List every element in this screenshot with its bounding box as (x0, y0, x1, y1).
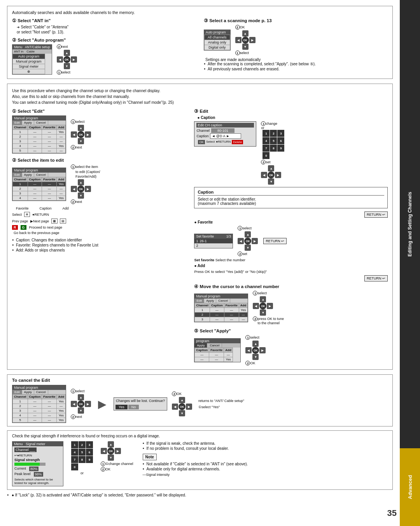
down-sig[interactable]: ▼ (108, 454, 114, 461)
ok-cc[interactable]: OK (77, 400, 84, 407)
down-fav[interactable]: ▼ (245, 245, 251, 251)
key-5[interactable]: 5 (270, 137, 277, 144)
up-e2[interactable]: ▲ (78, 179, 84, 185)
key-1[interactable]: 1 (262, 130, 270, 137)
up-s4[interactable]: ▲ (260, 296, 266, 302)
apply-tab4[interactable]: Apply (204, 299, 216, 303)
ok-sig[interactable]: OK (107, 447, 114, 454)
down-s5[interactable]: ▼ (252, 354, 259, 360)
apply-tab2[interactable]: Apply (22, 173, 34, 177)
red-button[interactable]: R (12, 225, 18, 230)
right-sig[interactable]: ▶ (115, 448, 121, 454)
del-btn[interactable]: Delete (232, 140, 243, 144)
ok-e2[interactable]: OK (77, 185, 84, 192)
down-s4[interactable]: ▼ (260, 309, 266, 316)
up-s5[interactable]: ▲ (252, 341, 259, 347)
ok-fav[interactable]: OK (244, 238, 251, 245)
apply-tab-btn[interactable]: Apply (194, 343, 207, 348)
left-e1[interactable]: ◀ (71, 131, 77, 138)
cancel-tab-btn[interactable]: Cancel (207, 343, 222, 348)
sig-key-5[interactable]: 5 (79, 449, 86, 456)
down-cap[interactable]: ▼ (268, 178, 274, 185)
sig-key-8[interactable]: 8 (79, 456, 86, 463)
key-2[interactable]: 2 (270, 130, 277, 137)
key-0[interactable]: 0 (262, 152, 270, 159)
left-cap[interactable]: ◀ (261, 172, 267, 178)
down-e2[interactable]: ▼ (78, 192, 84, 199)
sig-key-9[interactable]: 9 (86, 456, 93, 463)
left-s5[interactable]: ◀ (245, 347, 252, 353)
up-arrow[interactable]: ▲ (64, 50, 70, 56)
key-9[interactable]: 9 (277, 145, 284, 152)
nav-cluster-s5[interactable]: ▲ ◀ OK ▶ ▼ (245, 341, 266, 360)
left-sig[interactable]: ◀ (101, 448, 107, 454)
right-fav[interactable]: ▶ (252, 238, 258, 244)
nav-cluster-e1[interactable]: ▲ ◀ OK ▶ ▼ (71, 125, 91, 144)
cancel-tab2[interactable]: Cancel (34, 173, 48, 177)
key-8[interactable]: 8 (270, 145, 277, 152)
down-cc[interactable]: ▼ (78, 407, 84, 414)
up-cap[interactable]: ▲ (268, 165, 274, 171)
edit-tab2[interactable]: Edit (12, 173, 22, 177)
edit-tab4[interactable]: Edit (194, 299, 204, 303)
left-fav[interactable]: ◀ (238, 238, 244, 244)
cancel-cancel-tab[interactable]: Cancel (34, 390, 48, 394)
return-button-add[interactable]: RETURN ↩ (364, 275, 388, 281)
return-button[interactable]: RETURN ↩ (364, 211, 388, 218)
ok-button[interactable]: OK (63, 56, 70, 63)
up-e1[interactable]: ▲ (78, 125, 84, 131)
ok-s4[interactable]: OK (259, 302, 266, 309)
edit-tab[interactable]: Edit (12, 121, 22, 125)
no-btn[interactable]: No (128, 405, 139, 409)
ok-e1[interactable]: OK (77, 131, 84, 138)
nav-cluster-step3[interactable]: ▲ ◀ OK ▶ ▼ (235, 30, 256, 50)
left-s4[interactable]: ◀ (253, 303, 259, 309)
down-arrow3[interactable]: ▼ (242, 44, 248, 50)
ok-ccd[interactable]: OK (178, 403, 186, 410)
sig-key-3[interactable]: 3 (86, 441, 93, 448)
right-s5[interactable]: ▶ (259, 347, 266, 353)
right-arrow[interactable]: ▶ (71, 56, 77, 63)
left-ccd[interactable]: ◀ (172, 404, 178, 410)
cancel-edit-tab[interactable]: Edit (12, 390, 22, 394)
cancel-tab4[interactable]: Cancel (216, 299, 230, 303)
green-button[interactable]: G (21, 225, 26, 230)
up-arrow3[interactable]: ▲ (242, 30, 248, 37)
nav-cluster-cap[interactable]: ▲ ◀ OK ▶ ▼ (261, 165, 281, 185)
nav-cluster-e2[interactable]: ▲ ◀ OK ▶ ▼ (71, 179, 91, 199)
left-arrow3[interactable]: ◀ (235, 37, 242, 43)
up-fav[interactable]: ▲ (245, 231, 251, 238)
left-cc[interactable]: ◀ (71, 401, 77, 407)
right-cc[interactable]: ▶ (85, 401, 91, 407)
nav-cluster-fav[interactable]: ▲ ◀ OK ▶ ▼ (238, 231, 258, 251)
down-arrow[interactable]: ▼ (64, 63, 70, 69)
key-7[interactable]: 7 (262, 145, 270, 152)
cancel-tab[interactable]: Cancel (34, 121, 48, 125)
sig-key-0[interactable]: 0 (71, 463, 78, 470)
right-s4[interactable]: ▶ (267, 303, 273, 309)
return-button-fav[interactable]: RETURN ↩ (263, 238, 287, 244)
ok-s5[interactable]: OK (252, 347, 259, 354)
right-arrow3[interactable]: ▶ (249, 37, 256, 43)
ok-cap[interactable]: OK (268, 171, 275, 178)
key-4[interactable]: 4 (262, 137, 270, 144)
key-6[interactable]: 6 (277, 137, 284, 144)
nav-cluster-step2[interactable]: ▲ ◀ OK ▶ ▼ (57, 50, 77, 69)
up-sig[interactable]: ▲ (108, 441, 114, 447)
right-ccd[interactable]: ▶ (186, 404, 192, 410)
up-ccd[interactable]: ▲ (179, 397, 185, 403)
nav-cluster-s4[interactable]: ▲ ◀ OK ▶ ▼ (253, 296, 273, 316)
right-cap[interactable]: ▶ (275, 172, 281, 178)
nav-cluster-ccd[interactable]: ▲ ◀ OK ▶ ▼ (172, 397, 192, 416)
nav-cluster-cc[interactable]: ▲ ◀ OK ▶ ▼ (71, 394, 91, 414)
up-cc[interactable]: ▲ (78, 394, 84, 400)
yes-btn[interactable]: Yes (116, 405, 128, 409)
sig-key-6[interactable]: 6 (86, 449, 93, 456)
sig-key-2[interactable]: 2 (79, 441, 86, 448)
apply-tab[interactable]: Apply (22, 121, 34, 125)
left-e2[interactable]: ◀ (71, 186, 77, 192)
down-e1[interactable]: ▼ (78, 138, 84, 144)
key-3[interactable]: 3 (277, 130, 284, 137)
down-ccd[interactable]: ▼ (179, 410, 185, 416)
right-e2[interactable]: ▶ (85, 186, 91, 192)
